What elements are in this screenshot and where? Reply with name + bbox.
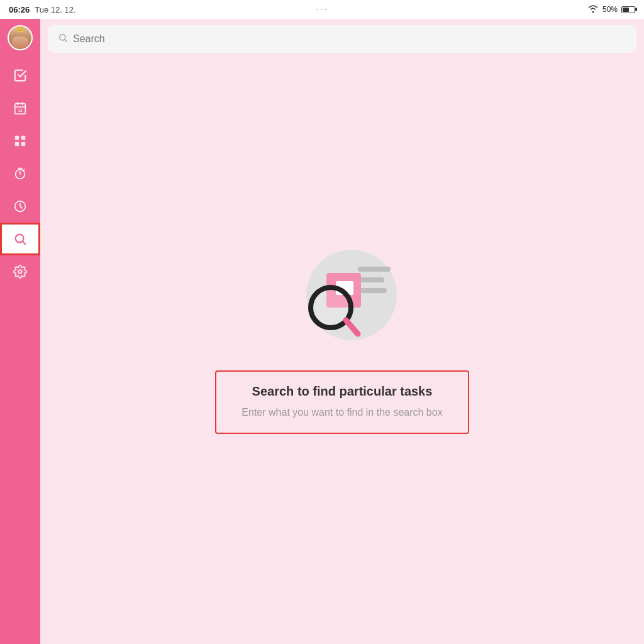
sidebar: 👑 12	[0, 19, 40, 644]
search-bar-icon	[58, 33, 68, 45]
main-content: Search to find particular tasks Enter wh…	[40, 19, 644, 644]
battery-percent: 50%	[602, 5, 618, 14]
svg-text:12: 12	[18, 108, 23, 113]
empty-state-title: Search to find particular tasks	[242, 384, 442, 399]
sidebar-item-calendar[interactable]: 12	[0, 92, 40, 125]
status-right: 50%	[587, 4, 635, 15]
battery-icon	[621, 6, 635, 13]
svg-rect-8	[21, 142, 25, 146]
sidebar-item-timer[interactable]	[0, 157, 40, 190]
center-content: Search to find particular tasks Enter wh…	[40, 53, 644, 644]
sidebar-item-settings[interactable]	[0, 255, 40, 288]
svg-rect-5	[15, 136, 19, 140]
sidebar-item-search[interactable]	[0, 223, 40, 255]
illustration-svg	[286, 238, 399, 352]
svg-rect-6	[21, 136, 25, 140]
search-bar[interactable]	[48, 25, 636, 53]
search-input[interactable]	[73, 33, 626, 45]
empty-state-description: Enter what you want to find in the searc…	[242, 405, 442, 420]
svg-rect-18	[358, 277, 384, 282]
sidebar-item-apps[interactable]	[0, 125, 40, 157]
app-layout: 👑 12	[0, 19, 644, 644]
sidebar-item-history[interactable]	[0, 190, 40, 223]
svg-rect-7	[15, 142, 19, 146]
wifi-icon	[587, 4, 599, 15]
svg-point-13	[18, 270, 22, 274]
crown-icon: 👑	[16, 25, 24, 32]
svg-line-12	[23, 242, 25, 244]
status-left: 06:26 Tue 12. 12.	[9, 5, 76, 14]
dots-menu: ···	[316, 4, 328, 15]
status-bar: 06:26 Tue 12. 12. ··· 50%	[0, 0, 644, 19]
search-illustration	[286, 238, 399, 352]
avatar[interactable]: 👑	[8, 25, 33, 50]
sidebar-item-tasks[interactable]	[0, 59, 40, 92]
svg-line-15	[65, 40, 67, 42]
empty-state: Search to find particular tasks Enter wh…	[215, 370, 469, 434]
svg-rect-17	[358, 267, 391, 272]
status-date: Tue 12. 12.	[35, 5, 75, 14]
svg-rect-19	[358, 288, 387, 293]
status-time: 06:26	[9, 5, 30, 14]
